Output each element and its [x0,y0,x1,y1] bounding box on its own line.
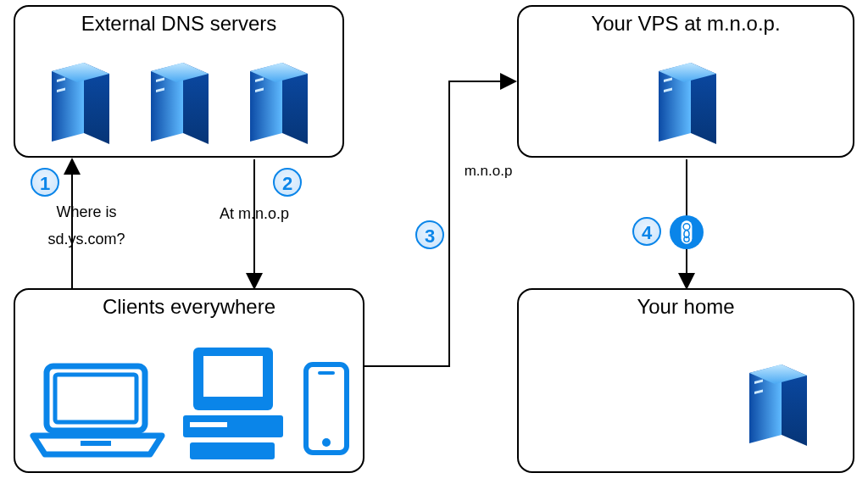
box-external-dns: External DNS servers [14,5,344,158]
wireguard-icon [670,215,704,249]
desktop-icon [178,342,288,461]
step-badge-1: 1 [31,168,59,197]
label-route3: m.n.o.p [454,163,522,180]
box-vps: Your VPS at m.n.o.p. [517,5,854,158]
server-icon [650,46,726,146]
box-clients: Clients everywhere [14,288,364,473]
laptop-icon [30,359,165,461]
label-query-2: sd.ys.com? [36,231,137,248]
server-icon [43,46,120,146]
phone-icon [301,359,352,461]
server-icon [242,46,318,146]
step-badge-4: 4 [632,217,661,246]
box-title-dns: External DNS servers [15,12,342,36]
step-badge-2: 2 [273,168,302,197]
box-home: Your home [517,288,854,473]
diagram-canvas: External DNS servers Your VPS at m.n.o.p… [0,0,868,484]
box-title-home: Your home [519,295,853,319]
label-query-1: Where is [44,203,129,221]
box-title-clients: Clients everywhere [15,295,363,319]
step-badge-3: 3 [415,220,444,249]
server-icon [741,348,821,458]
server-icon [142,46,219,146]
box-title-vps: Your VPS at m.n.o.p. [519,12,853,36]
label-answer: At m.n.o.p [203,205,305,223]
